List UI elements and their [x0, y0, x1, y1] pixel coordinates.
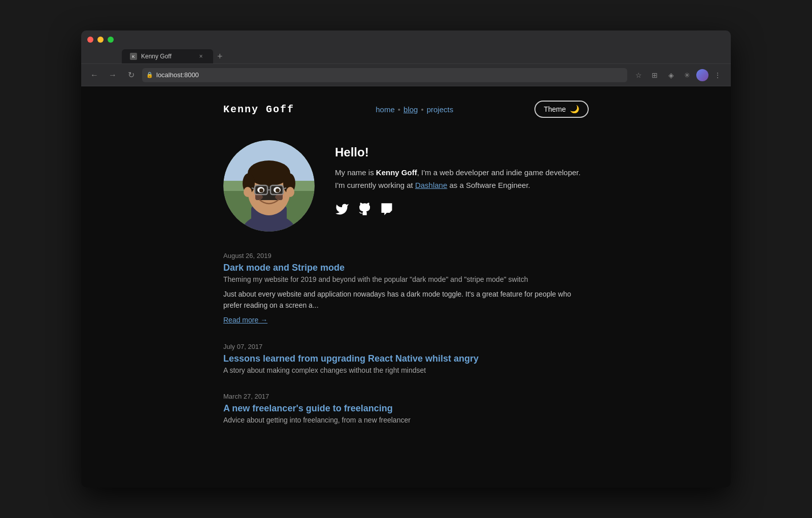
toolbar-actions: ☆ ⊞ ◈ ✳ ⋮ [631, 68, 725, 82]
post-1-title[interactable]: Dark mode and Stripe mode [223, 263, 589, 273]
browser-tab[interactable]: K Kenny Goff × [122, 49, 213, 63]
page-content: Kenny Goff home • blog • projects Theme … [81, 86, 731, 488]
bio-name: Kenny Goff [376, 168, 417, 177]
nav-home[interactable]: home [376, 105, 395, 114]
reload-button[interactable]: ↻ [124, 68, 138, 82]
post-3-title[interactable]: A new freelancer's guide to freelancing [223, 403, 589, 414]
post-1-read-more[interactable]: Read more → [223, 316, 267, 324]
moon-icon: 🌙 [570, 105, 580, 114]
nav-sep-2: • [421, 105, 423, 114]
hero-section: Hello! My name is Kenny Goff, I'm a web … [223, 130, 589, 252]
browser-toolbar: ← → ↻ 🔒 ☆ ⊞ ◈ ✳ ⋮ [81, 64, 731, 86]
svg-point-21 [259, 188, 263, 192]
blog-post-3: March 27, 2017 A new freelancer's guide … [223, 393, 589, 424]
bio-prefix: My name is [335, 168, 376, 177]
traffic-light-red[interactable] [87, 37, 93, 43]
browser-window: K Kenny Goff × + ← → ↻ 🔒 ☆ ⊞ ◈ ✳ ⋮ Kenny… [81, 30, 731, 488]
svg-point-11 [244, 187, 252, 197]
blog-section: August 26, 2019 Dark mode and Stripe mod… [223, 252, 589, 463]
star-icon[interactable]: ☆ [631, 68, 646, 82]
extension2-icon[interactable]: ◈ [664, 68, 678, 82]
menu-icon[interactable]: ⋮ [710, 68, 725, 82]
blog-post-1: August 26, 2019 Dark mode and Stripe mod… [223, 252, 589, 325]
nav-projects[interactable]: projects [427, 105, 454, 114]
user-avatar[interactable] [696, 69, 708, 81]
hero-greeting: Hello! [335, 145, 589, 159]
bio-dashlane-link[interactable]: Dashlane [415, 181, 447, 189]
bio-end: as a Software Engineer. [447, 181, 530, 189]
svg-point-24 [275, 194, 285, 200]
traffic-light-green[interactable] [108, 37, 114, 43]
post-1-subtitle: Theming my website for 2019 and beyond w… [223, 275, 589, 283]
svg-point-23 [253, 194, 263, 200]
github-link[interactable] [357, 202, 371, 216]
github-icon [357, 202, 371, 216]
twitch-icon [380, 202, 394, 216]
avatar-image [223, 140, 315, 232]
svg-point-12 [286, 187, 294, 197]
hero-bio: My name is Kenny Goff, I'm a web develop… [335, 167, 589, 192]
svg-point-22 [276, 188, 280, 192]
post-2-title[interactable]: Lessons learned from upgrading React Nat… [223, 353, 589, 364]
tab-bar: K Kenny Goff × + [81, 49, 731, 64]
site-container: Kenny Goff home • blog • projects Theme … [213, 86, 599, 463]
address-input[interactable] [142, 68, 627, 82]
extension-icon[interactable]: ⊞ [648, 68, 662, 82]
theme-label: Theme [544, 105, 566, 113]
post-1-excerpt: Just about every website and application… [223, 288, 589, 311]
hero-avatar [223, 140, 315, 232]
post-3-subtitle: Advice about getting into freelancing, f… [223, 416, 589, 424]
tab-favicon: K [130, 53, 137, 60]
traffic-light-yellow[interactable] [97, 37, 104, 43]
post-3-date: March 27, 2017 [223, 393, 589, 400]
new-tab-button[interactable]: + [213, 49, 227, 63]
social-links [335, 202, 589, 216]
site-nav: home • blog • projects [376, 105, 453, 114]
address-bar-container: 🔒 [142, 68, 627, 82]
back-button[interactable]: ← [87, 68, 101, 82]
site-header: Kenny Goff home • blog • projects Theme … [223, 86, 589, 130]
site-logo: Kenny Goff [223, 104, 294, 115]
browser-titlebar [81, 30, 731, 49]
post-1-date: August 26, 2019 [223, 252, 589, 260]
nav-blog[interactable]: blog [403, 105, 418, 114]
forward-button[interactable]: → [106, 68, 120, 82]
tab-close-button[interactable]: × [197, 52, 205, 60]
extension3-icon[interactable]: ✳ [680, 68, 694, 82]
hero-text: Hello! My name is Kenny Goff, I'm a web … [335, 140, 589, 216]
theme-button[interactable]: Theme 🌙 [534, 101, 589, 118]
blog-post-2: July 07, 2017 Lessons learned from upgra… [223, 343, 589, 374]
post-2-date: July 07, 2017 [223, 343, 589, 350]
nav-sep-1: • [398, 105, 400, 114]
lock-icon: 🔒 [146, 72, 153, 78]
tab-title: Kenny Goff [141, 53, 193, 60]
twitter-icon [335, 202, 349, 216]
twitch-link[interactable] [380, 202, 394, 216]
post-2-subtitle: A story about making complex changes wit… [223, 366, 589, 374]
twitter-link[interactable] [335, 202, 349, 216]
